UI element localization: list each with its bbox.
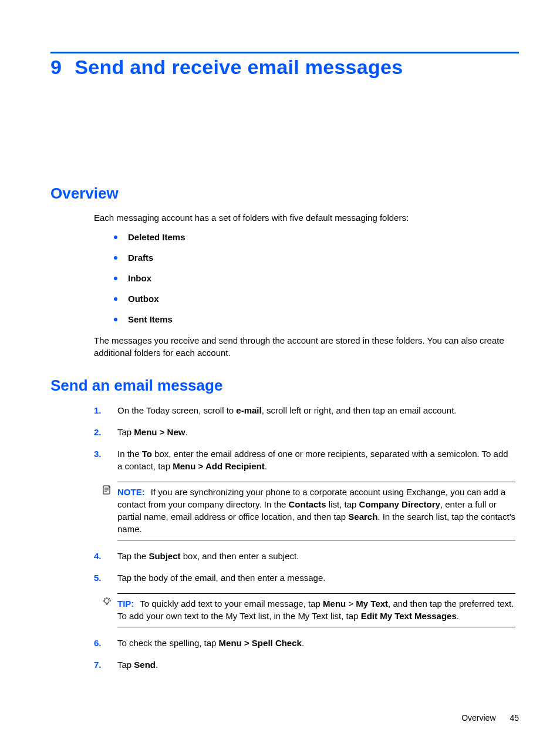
tip-callout: TIP: To quickly add text to your email m…: [117, 593, 515, 627]
step-3: 3. In the To box, enter the email addres…: [94, 448, 515, 472]
bold-text: To: [142, 449, 152, 459]
bold-text: Menu: [323, 599, 346, 609]
bold-text: Contacts: [289, 499, 326, 509]
step-number: 7.: [94, 658, 102, 671]
step-number: 6.: [94, 637, 102, 649]
bold-text: Menu > Add Recipient: [173, 461, 265, 471]
list-item: Drafts: [114, 253, 515, 263]
overview-intro: Each messaging account has a set of fold…: [94, 212, 515, 224]
step-text: To check the spelling, tap: [117, 638, 219, 648]
note-label: NOTE:: [117, 487, 145, 497]
note-text: list, tap: [326, 499, 359, 509]
note-callout: NOTE: If you are synchronizing your phon…: [117, 482, 515, 540]
bold-text: My Text: [356, 599, 388, 609]
chapter-rule: [50, 52, 519, 53]
overview-outro: The messages you receive and send throug…: [94, 335, 515, 359]
bold-text: Search: [348, 512, 377, 522]
list-item: Inbox: [114, 273, 515, 283]
send-content: 1. On the Today screen, scroll to e-mail…: [50, 404, 519, 671]
step-text: .: [302, 638, 304, 648]
step-text: Tap: [117, 660, 134, 670]
bold-text: e-mail: [236, 405, 261, 415]
step-text: On the Today screen, scroll to: [117, 405, 236, 415]
bold-text: Send: [134, 660, 156, 670]
chapter-number: 9: [50, 56, 62, 79]
page-container: 9 Send and receive email messages Overvi…: [0, 0, 560, 746]
step-2: 2. Tap Menu > New.: [94, 426, 515, 438]
tip-text: >: [346, 599, 356, 609]
step-text: .: [156, 660, 158, 670]
step-text: box, and then enter a subject.: [181, 551, 299, 561]
tip-label: TIP:: [117, 599, 134, 609]
step-number: 3.: [94, 448, 102, 460]
step-text: .: [265, 461, 267, 471]
step-text: , scroll left or right, and then tap an …: [262, 405, 457, 415]
list-item: Sent Items: [114, 314, 515, 324]
bold-text: Menu > Spell Check: [219, 638, 302, 648]
chapter-heading: 9 Send and receive email messages: [50, 56, 519, 79]
step-number: 5.: [94, 572, 102, 584]
svg-point-1: [104, 599, 109, 603]
tip-icon-svg: [102, 596, 112, 607]
bold-text: Subject: [149, 551, 180, 561]
step-4: 4. Tap the Subject box, and then enter a…: [94, 550, 515, 562]
step-5: 5. Tap the body of the email, and then e…: [94, 572, 515, 584]
chapter-title-text: Send and receive email messages: [75, 56, 403, 79]
footer-page-number: 45: [510, 713, 519, 723]
tip-text: .: [457, 611, 459, 621]
page-footer: Overview 45: [461, 713, 519, 723]
folder-list: Deleted Items Drafts Inbox Outbox Sent I…: [94, 232, 515, 324]
step-text: In the: [117, 449, 142, 459]
bold-text: Company Directory: [359, 499, 440, 509]
step-text: Tap: [117, 427, 134, 437]
bold-text: Edit My Text Messages: [361, 611, 457, 621]
step-text: Tap the body of the email, and then ente…: [117, 573, 325, 583]
tip-text: To quickly add text to your email messag…: [140, 599, 323, 609]
tip-icon: [100, 596, 114, 610]
step-number: 4.: [94, 550, 102, 562]
section-send-heading: Send an email message: [50, 377, 519, 395]
step-6: 6. To check the spelling, tap Menu > Spe…: [94, 637, 515, 649]
note-icon: [100, 485, 114, 498]
note-icon-svg: [102, 485, 112, 495]
step-1: 1. On the Today screen, scroll to e-mail…: [94, 404, 515, 416]
footer-section: Overview: [461, 713, 495, 723]
section-overview-heading: Overview: [50, 184, 519, 203]
step-7: 7. Tap Send.: [94, 658, 515, 671]
steps-list: 1. On the Today screen, scroll to e-mail…: [94, 404, 515, 671]
list-item: Deleted Items: [114, 232, 515, 242]
step-number: 1.: [94, 404, 102, 416]
bold-text: Menu > New: [134, 427, 185, 437]
list-item: Outbox: [114, 294, 515, 304]
overview-content: Each messaging account has a set of fold…: [50, 212, 519, 359]
step-text: Tap the: [117, 551, 149, 561]
step-number: 2.: [94, 426, 102, 438]
step-text: .: [185, 427, 187, 437]
